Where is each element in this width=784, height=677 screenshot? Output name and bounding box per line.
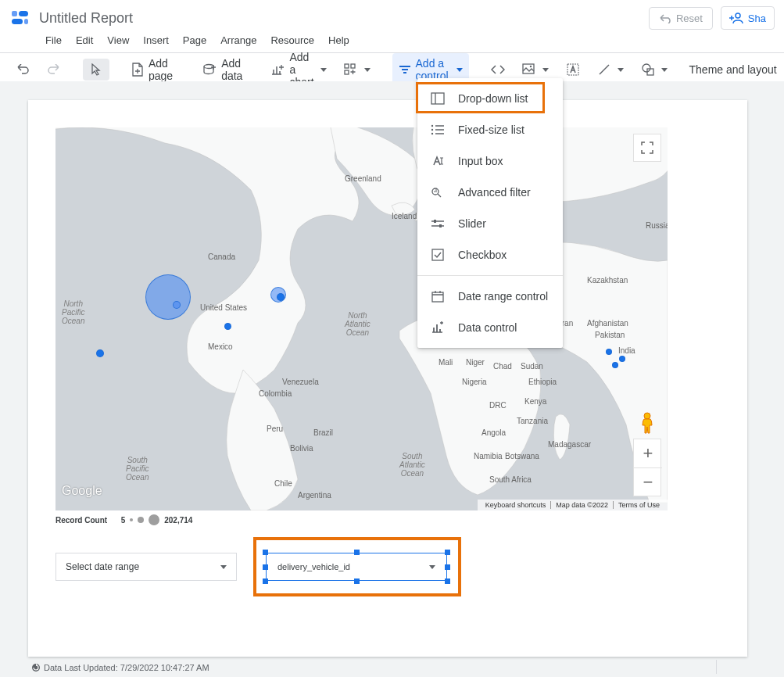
- input-box-option[interactable]: Input box: [417, 145, 563, 177]
- reset-button[interactable]: Reset: [649, 7, 713, 30]
- svg-rect-25: [432, 292, 443, 302]
- chevron-down-icon: [320, 68, 327, 72]
- map-bubble: [224, 323, 231, 330]
- country-label: Bolivia: [290, 444, 313, 453]
- image-icon: [522, 63, 536, 77]
- share-button[interactable]: Sha: [721, 6, 775, 30]
- map-data-label: Map data ©2022: [551, 501, 614, 509]
- selection-handle[interactable]: [445, 564, 450, 570]
- svg-point-5: [204, 65, 213, 69]
- document-title[interactable]: Untitled Report: [39, 10, 133, 27]
- keyboard-shortcuts-link[interactable]: Keyboard shortcuts: [481, 501, 552, 509]
- data-control-option[interactable]: Data control: [417, 312, 563, 343]
- map-chart[interactable]: NorthPacificOcean SouthPacificOcean Nort…: [55, 127, 668, 510]
- zoom-in-button[interactable]: +: [634, 439, 662, 467]
- shape-button[interactable]: [635, 59, 674, 81]
- undo-button[interactable]: [9, 59, 36, 81]
- theme-layout-button[interactable]: Theme and layout: [689, 63, 777, 76]
- zoom-controls: + −: [633, 439, 661, 496]
- menu-arrange[interactable]: Arrange: [220, 34, 256, 46]
- selection-tool[interactable]: [83, 59, 109, 81]
- shape-icon: [641, 63, 655, 77]
- menu-help[interactable]: Help: [328, 34, 349, 46]
- cursor-icon: [89, 63, 103, 77]
- svg-rect-7: [351, 64, 355, 68]
- svg-rect-2: [12, 19, 23, 24]
- input-box-icon: [430, 153, 446, 169]
- map-bubble: [145, 274, 191, 320]
- undo-icon: [16, 63, 30, 77]
- report-page[interactable]: NorthPacificOcean SouthPacificOcean Nort…: [28, 100, 747, 657]
- menu-resource[interactable]: Resource: [270, 34, 314, 46]
- slider-option[interactable]: Slider: [417, 208, 563, 239]
- line-button[interactable]: [591, 59, 630, 81]
- terms-link[interactable]: Terms of Use: [614, 501, 664, 509]
- selection-handle[interactable]: [263, 578, 268, 584]
- selection-handle[interactable]: [445, 578, 450, 584]
- advanced-filter-option[interactable]: Advanced filter: [417, 177, 563, 208]
- redo-button[interactable]: [41, 59, 67, 81]
- selection-handle[interactable]: [445, 550, 450, 555]
- image-button[interactable]: [516, 59, 555, 81]
- selection-handle[interactable]: [354, 578, 360, 584]
- zoom-out-button[interactable]: −: [634, 467, 662, 496]
- country-label: Colombia: [259, 389, 292, 398]
- country-label: Peru: [267, 424, 283, 433]
- canvas-background[interactable]: NorthPacificOcean SouthPacificOcean Nort…: [0, 81, 784, 677]
- list-icon: [430, 122, 446, 138]
- menu-view[interactable]: View: [107, 34, 129, 46]
- calendar-icon: [430, 288, 446, 304]
- app-logo[interactable]: [9, 7, 31, 29]
- country-label: South Africa: [489, 475, 532, 484]
- vehicle-id-control[interactable]: delivery_vehicle_id: [266, 553, 447, 581]
- checkbox-option[interactable]: Checkbox: [417, 239, 563, 270]
- country-label: Sudan: [521, 362, 543, 371]
- ocean-label: NorthPacificOcean: [62, 299, 84, 325]
- fixed-size-list-option[interactable]: Fixed-size list: [417, 114, 563, 145]
- ocean-label: NorthAtlanticOcean: [345, 311, 371, 337]
- date-range-control[interactable]: Select date range: [55, 553, 237, 581]
- redo-icon: [47, 63, 61, 77]
- checkbox-icon: [430, 247, 446, 263]
- refresh-icon: [31, 663, 41, 672]
- selection-handle[interactable]: [263, 564, 268, 570]
- embed-button[interactable]: [485, 59, 511, 81]
- pegman[interactable]: [633, 409, 661, 437]
- country-label: Namibia: [474, 452, 503, 460]
- selection-handle[interactable]: [263, 550, 268, 555]
- line-icon: [597, 63, 611, 77]
- data-control-icon: [430, 320, 446, 335]
- menu-page[interactable]: Page: [183, 34, 206, 46]
- map-bubble: [96, 349, 104, 357]
- svg-point-18: [431, 125, 433, 127]
- date-range-option[interactable]: Date range control: [417, 281, 563, 312]
- menu-insert[interactable]: Insert: [143, 34, 169, 46]
- data-updated-footer: Data Last Updated: 7/29/2022 10:47:27 AM: [31, 663, 209, 672]
- svg-point-10: [529, 66, 531, 67]
- map-bubble: [606, 349, 612, 355]
- svg-point-12: [643, 64, 650, 72]
- slider-icon: [430, 216, 446, 231]
- footer-separator: [716, 660, 717, 674]
- chevron-down-icon: [542, 68, 549, 72]
- svg-rect-1: [19, 11, 28, 16]
- chevron-down-icon: [661, 68, 668, 72]
- community-viz-button[interactable]: [338, 59, 377, 81]
- country-label: Niger: [466, 358, 485, 367]
- country-label: Greenland: [345, 174, 381, 183]
- fullscreen-button[interactable]: [633, 134, 661, 162]
- country-label: Nigeria: [462, 378, 487, 386]
- country-label: India: [618, 346, 635, 355]
- pegman-icon: [638, 411, 657, 435]
- dropdown-list-option[interactable]: Drop-down list: [417, 83, 563, 114]
- country-label: Kenya: [524, 397, 546, 406]
- menu-edit[interactable]: Edit: [76, 34, 93, 46]
- svg-rect-8: [345, 70, 349, 74]
- embed-icon: [491, 63, 505, 77]
- selection-handle[interactable]: [354, 550, 360, 555]
- country-label: Madagascar: [548, 440, 591, 449]
- text-button[interactable]: [560, 59, 586, 81]
- svg-rect-23: [439, 224, 442, 227]
- country-label: Venezuela: [282, 378, 319, 386]
- menu-file[interactable]: File: [45, 34, 62, 46]
